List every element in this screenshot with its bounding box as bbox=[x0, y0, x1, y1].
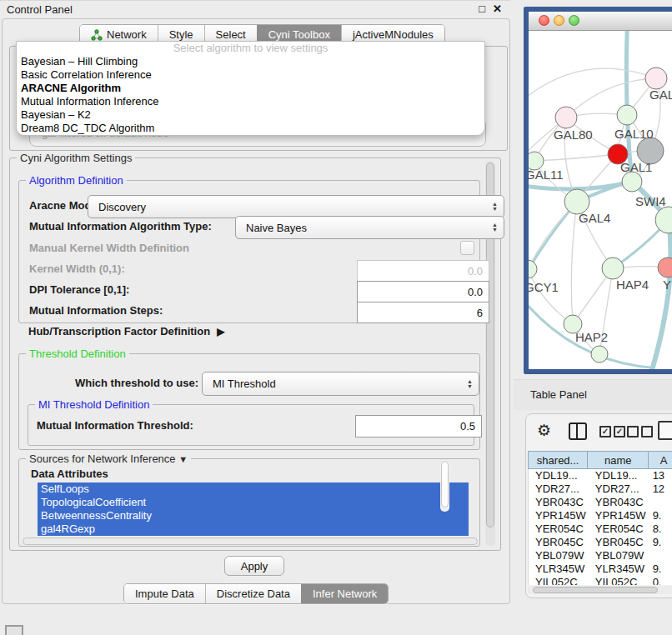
tab-label: Cyni Toolbox bbox=[268, 28, 330, 41]
table-row[interactable]: YLR345WYLR345W9. bbox=[529, 562, 672, 576]
network-node[interactable] bbox=[658, 258, 672, 278]
algorithm-option[interactable]: Mutual Information Inference bbox=[17, 95, 484, 108]
which-threshold-combobox[interactable]: MI Threshold ▲▼ bbox=[202, 372, 479, 396]
float-window-icon[interactable]: □ bbox=[479, 2, 485, 15]
new-table-icon[interactable] bbox=[658, 421, 672, 440]
network-window-titlebar[interactable] bbox=[529, 12, 672, 31]
network-canvas[interactable]: GALGAL80GAL10GAL1GAL11SWI4GAL4GCY1HAP4YH… bbox=[529, 31, 672, 369]
threshold-definition-group: Threshold Definition Which threshold to … bbox=[18, 353, 480, 450]
dpi-tolerance-field[interactable]: 0.0 bbox=[357, 281, 489, 302]
mi-algo-type-combobox[interactable]: Naive Bayes ▲▼ bbox=[235, 216, 504, 239]
table-cell: YBR043C bbox=[529, 496, 589, 509]
table-cell: YLR345W bbox=[529, 562, 589, 576]
node-label: GAL80 bbox=[554, 128, 593, 142]
network-node[interactable] bbox=[529, 260, 537, 278]
screen: Control Panel □ ✕ NetworkStyleSelectCyni… bbox=[0, 0, 672, 635]
attribute-list-item[interactable]: TopologicalCoefficient bbox=[38, 496, 469, 509]
which-threshold-label: Which threshold to use: bbox=[75, 377, 198, 389]
deselect-all-checkboxes-icon[interactable] bbox=[627, 426, 653, 438]
network-edge[interactable] bbox=[566, 78, 656, 118]
attributes-horizontal-scrollbar[interactable] bbox=[23, 538, 478, 545]
table-cell: YDL19... bbox=[589, 469, 649, 482]
algorithm-option[interactable]: Bayesian – Hill Climbing bbox=[17, 55, 484, 68]
network-node[interactable] bbox=[645, 68, 667, 89]
algorithm-option[interactable]: Dream8 DC_TDC Algorithm bbox=[17, 122, 484, 135]
which-threshold-value: MI Threshold bbox=[213, 378, 276, 390]
network-node[interactable] bbox=[591, 346, 608, 362]
split-columns-icon[interactable] bbox=[569, 422, 587, 440]
node-label: GAL10 bbox=[614, 127, 654, 141]
scrollbar-thumb[interactable] bbox=[23, 538, 478, 545]
table-row[interactable]: YBR043CYBR043C bbox=[529, 496, 672, 509]
tab-label: Network bbox=[107, 28, 147, 41]
tab-discretize-data[interactable]: Discretize Data bbox=[205, 584, 301, 603]
aracne-mode-combobox[interactable]: Discovery ▲▼ bbox=[88, 195, 504, 218]
hub-definition-expander[interactable]: Hub/Transcription Factor Definition▶ bbox=[28, 325, 224, 338]
select-all-checkboxes-icon[interactable]: ✓ ✓ bbox=[599, 426, 625, 438]
minimize-traffic-light-icon[interactable] bbox=[554, 15, 564, 26]
attributes-vertical-scrollbar[interactable] bbox=[440, 460, 449, 512]
node-label: HAP2 bbox=[575, 330, 608, 344]
algorithm-dropdown-hint: Select algorithm to view settings bbox=[17, 42, 484, 55]
network-edge[interactable] bbox=[534, 154, 618, 161]
table-header-row: shared...nameA bbox=[528, 451, 672, 469]
scrollbar-thumb[interactable] bbox=[441, 461, 449, 508]
network-edge[interactable] bbox=[529, 269, 573, 324]
cyni-algorithm-settings-group: Cyni Algorithm Settings Algorithm Defini… bbox=[9, 158, 501, 551]
table-row[interactable]: YBL079WYBL079W bbox=[529, 549, 672, 562]
sources-group-title[interactable]: Sources for Network Inference ▼ bbox=[26, 452, 191, 465]
gear-icon[interactable]: ⚙ bbox=[537, 420, 551, 442]
collapsed-panel-icon[interactable] bbox=[5, 625, 23, 635]
column-header-3[interactable]: A bbox=[649, 451, 672, 469]
algorithm-option[interactable]: Basic Correlation Inference bbox=[17, 68, 484, 82]
table-row[interactable]: YDL19...YDL19...13 bbox=[529, 469, 672, 482]
table-row[interactable]: YER054CYER054C8. bbox=[529, 522, 672, 536]
zoom-traffic-light-icon[interactable] bbox=[569, 15, 579, 26]
scrollbar-thumb[interactable] bbox=[533, 587, 658, 593]
table-cell: 13 bbox=[649, 469, 672, 482]
network-graph[interactable]: GALGAL80GAL10GAL1GAL11SWI4GAL4GCY1HAP4YH… bbox=[529, 31, 672, 369]
manual-kernel-width-label: Manual Kernel Width Definition bbox=[29, 242, 189, 254]
node-label: GAL4 bbox=[579, 211, 610, 225]
algorithm-option[interactable]: ARACNE Algorithm bbox=[17, 82, 484, 95]
column-header-2[interactable]: name bbox=[588, 451, 649, 469]
table-cell: YDR27... bbox=[529, 482, 589, 496]
checked-box-icon: ✓ bbox=[614, 426, 625, 438]
table-row[interactable]: YIL052CYIL052C0. bbox=[529, 576, 672, 585]
network-node[interactable] bbox=[622, 172, 642, 192]
table-cell: YDL19... bbox=[529, 469, 589, 482]
tab-label: Select bbox=[216, 28, 246, 41]
mi-threshold-label: Mutual Information Threshold: bbox=[37, 419, 193, 432]
kernel-width-field[interactable]: 0.0 bbox=[357, 260, 489, 282]
close-icon[interactable]: ✕ bbox=[493, 2, 502, 15]
table-cell bbox=[649, 496, 672, 509]
network-edge[interactable] bbox=[571, 202, 577, 324]
close-traffic-light-icon[interactable] bbox=[539, 15, 549, 26]
table-row[interactable]: YDR27...YDR27...12 bbox=[529, 482, 672, 496]
network-edge[interactable] bbox=[652, 220, 671, 369]
attribute-list-item[interactable]: BetweennessCentrality bbox=[38, 509, 469, 522]
apply-button[interactable]: Apply bbox=[224, 556, 284, 576]
network-node[interactable] bbox=[617, 105, 637, 125]
network-view-window[interactable]: GALGAL80GAL10GAL1GAL11SWI4GAL4GCY1HAP4YH… bbox=[524, 7, 672, 374]
table-row[interactable]: YBR045CYBR045C9. bbox=[529, 536, 672, 549]
table-row[interactable]: YPR145WYPR145W9. bbox=[529, 509, 672, 522]
tab-impute-data[interactable]: Impute Data bbox=[124, 584, 205, 603]
table-body: YDL19...YDL19...13YDR27...YDR27...12YBR0… bbox=[528, 469, 672, 585]
tab-infer-network[interactable]: Infer Network bbox=[301, 584, 388, 603]
table-horizontal-scrollbar[interactable] bbox=[528, 586, 672, 594]
column-header-1[interactable]: shared... bbox=[528, 451, 588, 469]
spinner-arrows-icon: ▲▼ bbox=[492, 202, 498, 212]
attribute-list-item[interactable]: SelfLoops bbox=[38, 482, 469, 496]
manual-kernel-width-checkbox[interactable] bbox=[460, 241, 474, 255]
attribute-list-item[interactable]: gal4RGexp bbox=[38, 522, 469, 536]
mi-steps-field[interactable]: 6 bbox=[357, 302, 489, 323]
node-label: GAL bbox=[649, 88, 672, 102]
mi-threshold-definition-title: MI Threshold Definition bbox=[35, 398, 153, 411]
checked-box-icon: ✓ bbox=[599, 426, 611, 438]
mi-threshold-field[interactable]: 0.5 bbox=[355, 415, 482, 438]
network-node[interactable] bbox=[555, 107, 577, 128]
network-node[interactable] bbox=[602, 258, 624, 279]
algorithm-option[interactable]: Bayesian – K2 bbox=[17, 108, 484, 122]
network-edge[interactable] bbox=[529, 68, 656, 99]
